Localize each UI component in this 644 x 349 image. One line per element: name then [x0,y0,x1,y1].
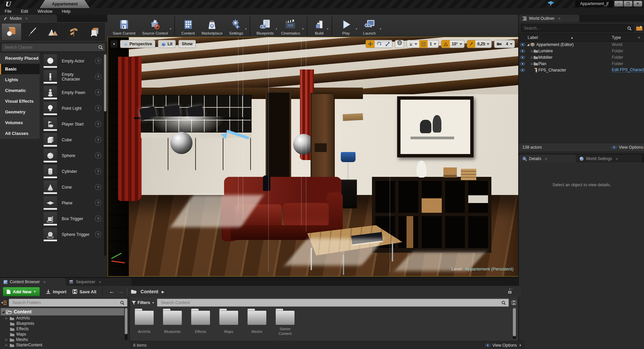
item-empty-character[interactable]: Empty Character? [40,69,107,85]
save-current-button[interactable]: Save Current [109,15,139,37]
item-empty-pawn[interactable]: Empty Pawn? [40,85,107,100]
camera-speed-value[interactable]: 4 [504,40,515,48]
blueprints-button[interactable]: Blueprints [253,15,277,37]
modes-scrollbar[interactable] [104,54,106,256]
breadcrumb-arrow-icon[interactable]: ▶ [162,290,164,294]
item-cylinder[interactable]: Cylinder? [40,163,107,179]
grid-snap-toggle[interactable] [419,40,428,48]
play-dropdown-icon[interactable]: ▼ [355,28,358,31]
folder-tile-effects[interactable]: Effects [189,309,212,334]
tree-item-startercontent[interactable]: ▷ StarterContent [1,342,124,348]
folder-tile-starter-content[interactable]: Starter Content [273,309,297,336]
sources-toggle-icon[interactable] [1,300,7,305]
folder-tile-blueprints[interactable]: Blueprints [161,309,184,334]
item-sphere[interactable]: Sphere? [40,148,107,163]
tab-content-browser[interactable]: Content Browser ✕ [0,278,66,286]
close-button[interactable]: ✕ [633,1,642,7]
settings-dropdown-icon[interactable]: ▼ [245,28,247,31]
tutorial-cap-icon[interactable] [547,1,554,6]
menu-help[interactable]: Help [57,8,75,15]
world-settings-tab-close-icon[interactable]: ✕ [615,157,618,161]
world-local-toggle[interactable] [395,40,404,48]
folder-tile-meshs[interactable]: Meshs [245,309,269,334]
tab-world-settings[interactable]: World Settings ✕ [576,154,642,163]
mode-landscape-button[interactable] [43,23,63,41]
mode-foliage-button[interactable] [64,23,84,41]
sequencer-tab-close-icon[interactable]: ✕ [99,280,101,284]
help-icon[interactable]: ? [95,73,101,80]
rotate-tool-button[interactable] [375,40,383,48]
visibility-eye-icon[interactable] [519,68,526,72]
expand-arrow-icon[interactable]: ◢ [2,310,4,313]
category-recently-placed[interactable]: Recently Placed [0,53,40,64]
cb-view-options[interactable]: View Options ▼ [485,343,522,348]
tree-root-content[interactable]: ◢ Content [1,308,124,315]
move-tool-button[interactable] [366,40,375,48]
menu-window[interactable]: Window [33,8,57,15]
item-box-trigger[interactable]: Box Trigger? [40,211,107,227]
item-plane[interactable]: Plane? [40,195,107,211]
build-dropdown-icon[interactable]: ▼ [326,28,329,31]
tree-item-effects[interactable]: Effects [1,326,124,332]
search-content-input[interactable] [160,300,501,305]
outliner-tab-close-icon[interactable]: ✕ [558,17,560,20]
help-icon[interactable]: ? [95,58,101,64]
mode-place-button[interactable] [1,23,21,41]
camera-mode-button[interactable]: Perspective [120,40,155,48]
scale-snap-toggle[interactable] [467,40,475,48]
mode-paint-button[interactable] [22,23,42,41]
settings-button[interactable]: Settings [226,15,247,37]
details-tab-close-icon[interactable]: ✕ [545,157,547,161]
tab-sequencer[interactable]: Sequencer ✕ [66,278,131,286]
tree-item-maps[interactable]: Maps [1,332,124,337]
tree-scrollbar[interactable] [125,308,127,340]
tab-details[interactable]: i Details ✕ [519,154,576,163]
help-icon[interactable]: ? [95,137,101,143]
category-volumes[interactable]: Volumes [0,117,40,128]
cinematics-dropdown-icon[interactable]: ▼ [302,28,304,31]
breadcrumb-content[interactable]: Content [141,289,158,294]
content-scrollbar[interactable] [513,308,516,339]
restore-button[interactable]: ❒ [624,1,633,7]
visibility-eye-icon[interactable] [519,62,526,65]
help-icon[interactable]: ? [95,105,101,111]
launch-dropdown-icon[interactable]: ▼ [379,28,382,31]
build-button[interactable]: Build [310,15,328,37]
save-search-icon[interactable] [512,300,516,305]
outliner-search-input[interactable] [523,26,627,31]
category-basic[interactable]: Basic [0,64,40,74]
viewport-options-dropdown[interactable]: ▼ [111,40,117,48]
collapse-arrow-icon[interactable]: ▷ [531,56,533,59]
expand-arrow-icon[interactable]: ◢ [527,43,529,46]
filters-button[interactable]: Filters ▼ [132,300,154,305]
visibility-eye-icon[interactable] [519,43,526,46]
help-icon[interactable]: ? [95,200,101,206]
new-folder-icon[interactable] [636,26,643,31]
outliner-row-lumiere[interactable]: ▷ Lumière Folder [519,48,644,54]
rotation-snap-toggle[interactable] [441,40,450,48]
category-lights[interactable]: Lights [0,74,40,85]
item-player-start[interactable]: Player Start? [40,116,107,132]
help-icon[interactable]: ? [95,231,101,238]
outliner-row-plan[interactable]: ▷ Plan Folder [519,60,644,67]
launch-button[interactable]: Launch [358,15,381,37]
help-icon[interactable]: ? [95,168,101,174]
collapse-arrow-icon[interactable]: ▷ [5,343,8,347]
column-type[interactable]: Type [612,35,621,40]
mode-geometry-button[interactable] [85,23,105,41]
folder-tile-archvis[interactable]: ArchVis [132,309,156,334]
add-new-button[interactable]: Add New ▼ [3,287,40,296]
cb-tab-close-icon[interactable]: ✕ [43,280,46,284]
visibility-eye-icon[interactable] [519,56,526,59]
minimize-button[interactable]: ─ [614,1,623,7]
scale-tool-button[interactable] [383,40,392,48]
item-empty-actor[interactable]: Empty Actor? [40,53,107,69]
search-folders-input[interactable] [12,300,120,305]
category-visual-effects[interactable]: Visual Effects [0,96,40,107]
outliner-row-fps-character[interactable]: FPS_Character Edit FPS_Charact [519,67,644,73]
collapse-arrow-icon[interactable]: ▷ [5,338,8,341]
cinematics-button[interactable]: Cinematics [278,15,304,37]
rotation-snap-value[interactable]: 10° [450,40,464,48]
help-icon[interactable]: ? [95,89,101,96]
menu-file[interactable]: File [0,8,16,15]
